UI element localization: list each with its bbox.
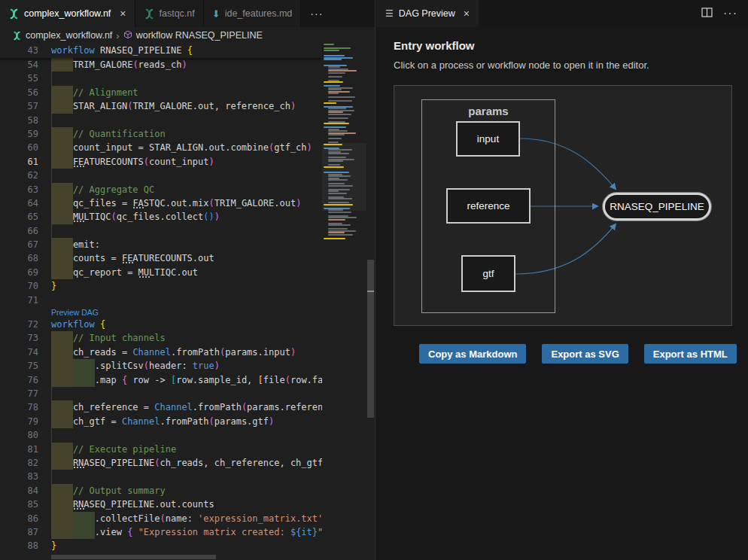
copy-markdown-button[interactable]: Copy as Markdown — [419, 344, 526, 364]
code-line[interactable]: 73// Input channels — [0, 331, 322, 345]
code-line[interactable]: 63// Aggregate QC — [0, 183, 322, 196]
breadcrumb-file[interactable]: complex_workflow.nf — [26, 30, 112, 41]
code-line[interactable]: 82RNASEQ_PIPELINE(ch_reads, ch_reference… — [0, 456, 322, 470]
code-line[interactable]: 77 — [0, 387, 322, 400]
node-input[interactable]: input — [456, 121, 520, 157]
line-text[interactable]: qc_report = MULTIQC.out — [51, 266, 322, 279]
close-icon[interactable]: × — [120, 8, 126, 19]
panel-close-icon[interactable]: × — [464, 8, 470, 20]
code-line[interactable]: 62 — [0, 169, 322, 182]
code-line[interactable]: 66 — [0, 224, 322, 238]
line-text[interactable]: } — [51, 279, 322, 293]
line-text[interactable]: .splitCsv(header: true) — [51, 359, 322, 373]
line-text[interactable] — [51, 169, 322, 182]
more-actions-icon[interactable]: ··· — [723, 7, 737, 20]
code-line[interactable]: 83 — [0, 470, 322, 483]
code-line[interactable]: 86.collectFile(name: 'expression_matrix.… — [0, 512, 322, 525]
code-line[interactable]: 78ch_reference = Channel.fromPath(params… — [0, 400, 322, 414]
code-line[interactable]: 61FEATURECOUNTS(count_input) — [0, 155, 322, 169]
line-text[interactable] — [51, 72, 322, 85]
line-text[interactable]: .map { row -> [row.sample_id, [file(row.… — [51, 373, 322, 387]
codelens-preview-dag[interactable]: Preview DAG — [51, 307, 99, 318]
code-line[interactable]: 80 — [0, 428, 322, 442]
export-svg-button[interactable]: Export as SVG — [542, 344, 628, 364]
editor-tab-complex-workflow[interactable]: complex_workflow.nf × — [0, 0, 135, 27]
breadcrumb-symbol[interactable]: workflow RNASEQ_PIPELINE — [136, 30, 263, 41]
line-text[interactable] — [51, 470, 322, 483]
line-text[interactable]: workflow RNASEQ_PIPELINE { — [51, 44, 193, 57]
code-line[interactable]: 68counts = FEATURECOUNTS.out — [0, 251, 322, 265]
line-text[interactable]: // Aggregate QC — [51, 183, 322, 196]
editor-tab-fastqc[interactable]: fastqc.nf — [135, 0, 204, 27]
code-line[interactable]: 85RNASEQ_PIPELINE.out.counts — [0, 498, 322, 511]
line-text[interactable]: ch_reference = Channel.fromPath(params.r… — [51, 400, 322, 414]
breadcrumb-separator: › — [116, 30, 119, 41]
code-line[interactable]: 70} — [0, 279, 322, 293]
code-line[interactable]: 60count_input = STAR_ALIGN.out.combine(g… — [0, 141, 322, 154]
line-text[interactable]: ch_reads = Channel.fromPath(params.input… — [51, 345, 322, 359]
code-line[interactable]: 59// Quantification — [0, 127, 322, 141]
line-text[interactable]: // Quantification — [51, 127, 322, 141]
line-text[interactable] — [51, 224, 322, 238]
code-line[interactable]: 76.map { row -> [row.sample_id, [file(ro… — [0, 373, 322, 387]
code-line[interactable]: 84// Output summary — [0, 484, 322, 498]
line-text[interactable]: ch_gtf = Channel.fromPath(params.gtf) — [51, 415, 322, 428]
line-text[interactable]: } — [51, 539, 322, 552]
line-text[interactable] — [51, 387, 322, 400]
code-line[interactable]: 67emit: — [0, 238, 322, 251]
tab-overflow-button[interactable]: ··· — [301, 0, 332, 27]
horizontal-scrollbar[interactable] — [0, 554, 322, 560]
code-line[interactable]: 65MULTIQC(qc_files.collect()) — [0, 210, 322, 224]
line-text[interactable]: emit: — [51, 238, 322, 251]
line-text[interactable]: workflow { — [51, 318, 322, 331]
code-line[interactable]: 55 — [0, 72, 322, 85]
code-line[interactable]: 75.splitCsv(header: true) — [0, 359, 322, 373]
horizontal-scrollbar-thumb[interactable] — [51, 555, 216, 559]
line-text[interactable]: .view { "Expression matrix created: ${it… — [51, 525, 322, 539]
line-text[interactable]: count_input = STAR_ALIGN.out.combine(gtf… — [51, 141, 322, 154]
code-line[interactable]: 74ch_reads = Channel.fromPath(params.inp… — [0, 345, 322, 359]
node-gtf[interactable]: gtf — [461, 255, 515, 292]
line-text[interactable]: RNASEQ_PIPELINE(ch_reads, ch_reference, … — [51, 456, 322, 470]
code-line[interactable]: 72workflow { — [0, 318, 322, 331]
code-line[interactable]: 58 — [0, 114, 322, 127]
line-text[interactable]: // Alignment — [51, 86, 322, 99]
vertical-scrollbar[interactable] — [366, 44, 375, 560]
line-text[interactable]: // Output summary — [51, 484, 322, 498]
code-line[interactable]: 69qc_report = MULTIQC.out — [0, 266, 322, 279]
export-html-button[interactable]: Export as HTML — [644, 344, 737, 364]
panel-tab-dag-preview[interactable]: ☰ DAG Preview × — [376, 0, 479, 27]
node-reference[interactable]: reference — [446, 188, 531, 224]
line-text[interactable]: qc_files = FASTQC.out.mix(TRIM_GALORE.ou… — [51, 196, 322, 210]
code-line[interactable]: 64qc_files = FASTQC.out.mix(TRIM_GALORE.… — [0, 196, 322, 210]
line-text[interactable]: MULTIQC(qc_files.collect()) — [51, 210, 322, 224]
vertical-scrollbar-thumb[interactable] — [367, 260, 374, 418]
line-text[interactable]: counts = FEATURECOUNTS.out — [51, 251, 322, 265]
code-editor[interactable]: 43workflow RNASEQ_PIPELINE { 54TRIM_GALO… — [0, 44, 375, 560]
split-editor-icon[interactable] — [701, 7, 713, 20]
node-rnaseq-pipeline[interactable]: RNASEQ_PIPELINE — [603, 193, 711, 221]
line-text[interactable] — [51, 428, 322, 442]
line-text[interactable] — [51, 114, 322, 127]
line-text[interactable]: // Input channels — [51, 331, 322, 345]
line-text[interactable]: STAR_ALIGN(TRIM_GALORE.out, reference_ch… — [51, 99, 322, 113]
code-line[interactable]: 81// Execute pipeline — [0, 443, 322, 456]
line-text[interactable] — [51, 294, 322, 307]
line-text[interactable]: // Execute pipeline — [51, 443, 322, 456]
sticky-scroll-line[interactable]: 43workflow RNASEQ_PIPELINE { — [0, 44, 322, 58]
sticky-code-line[interactable]: 43workflow RNASEQ_PIPELINE { — [0, 44, 193, 57]
code-line[interactable]: 87.view { "Expression matrix created: ${… — [0, 525, 322, 539]
code-content[interactable]: 54TRIM_GALORE(reads_ch)5556// Alignment5… — [0, 58, 322, 554]
code-line[interactable]: 79ch_gtf = Channel.fromPath(params.gtf) — [0, 415, 322, 428]
line-text[interactable]: TRIM_GALORE(reads_ch) — [51, 58, 322, 72]
minimap[interactable] — [322, 44, 366, 560]
editor-tab-ide-features[interactable]: ⬇ ide_features.md — [204, 0, 302, 27]
code-line[interactable]: 71 — [0, 294, 322, 307]
line-text[interactable]: .collectFile(name: 'expression_matrix.tx… — [51, 512, 322, 525]
code-line[interactable]: 56// Alignment — [0, 86, 322, 99]
code-line[interactable]: 88} — [0, 539, 322, 552]
code-line[interactable]: 57STAR_ALIGN(TRIM_GALORE.out, reference_… — [0, 99, 322, 113]
line-text[interactable]: FEATURECOUNTS(count_input) — [51, 155, 322, 169]
line-text[interactable]: RNASEQ_PIPELINE.out.counts — [51, 498, 322, 511]
code-line[interactable]: 54TRIM_GALORE(reads_ch) — [0, 58, 322, 72]
